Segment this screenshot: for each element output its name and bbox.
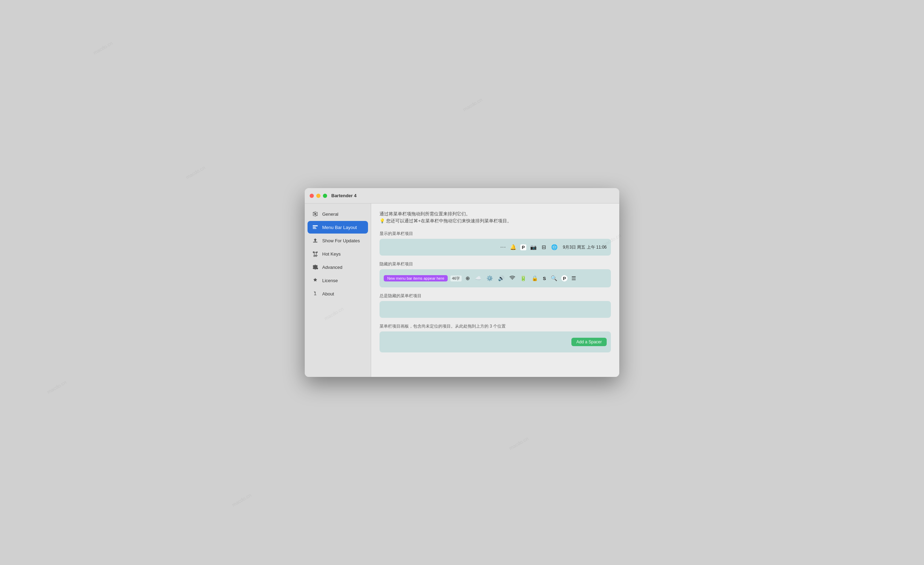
sidebar-item-license-label: License <box>322 278 338 283</box>
maximize-button[interactable] <box>323 194 327 198</box>
hidden-zone[interactable]: New menu bar items appear here 46字 ⊕ ☁️ … <box>380 269 611 287</box>
sidebar-item-show-for-updates[interactable]: Show For Updates <box>308 234 368 247</box>
sidebar-item-about[interactable]: About <box>308 287 368 300</box>
section-hidden-label: 隐藏的菜单栏项目 <box>380 261 611 267</box>
sidebar-item-general[interactable]: General <box>308 208 368 220</box>
intro-text: 通过将菜单栏项拖动到所需位置来排列它们。 💡 您还可以通过⌘+在菜单栏中拖动它们… <box>380 210 611 224</box>
intro-line1: 通过将菜单栏项拖动到所需位置来排列它们。 <box>380 210 611 218</box>
section-always-hidden-label: 总是隐藏的菜单栏项目 <box>380 293 611 299</box>
content-area: 通过将菜单栏项拖动到所需位置来排列它们。 💡 您还可以通过⌘+在菜单栏中拖动它们… <box>371 203 619 377</box>
sidebar-item-advanced[interactable]: Advanced <box>308 261 368 273</box>
close-button[interactable] <box>310 194 314 198</box>
advanced-gear-icon <box>312 264 319 270</box>
hidden-icon-2: ☁️ <box>474 275 483 282</box>
sidebar-item-hot-keys-label: Hot Keys <box>322 251 341 257</box>
hidden-icon-1: ⊕ <box>465 275 471 282</box>
hidden-icon-3: ⚙️ <box>485 275 494 282</box>
minimize-button[interactable] <box>316 194 321 198</box>
palette-zone[interactable]: Add a Spacer <box>380 331 611 352</box>
upload-icon <box>312 237 319 244</box>
sidebar-item-menu-bar-layout[interactable]: Menu Bar Layout <box>308 221 368 234</box>
badge-icon <box>312 277 319 284</box>
search-icon: 🔍 <box>550 275 558 282</box>
intro-line2: 💡 您还可以通过⌘+在菜单栏中拖动它们来快速排列菜单栏项目。 <box>380 218 611 224</box>
sidebar-item-about-label: About <box>322 291 334 296</box>
section-palette-label: 菜单栏项目画板，包含尚未定位的项目。从此处拖到上方的 3 个位置 <box>380 323 611 329</box>
svg-rect-1 <box>313 227 316 228</box>
sidebar-item-license[interactable]: License <box>308 274 368 287</box>
globe-icon: 🌐 <box>550 243 559 251</box>
svg-rect-2 <box>313 228 316 229</box>
app-window: Bartender 4 General <box>305 188 619 377</box>
svg-rect-3 <box>313 242 318 243</box>
gear-icon <box>312 210 319 218</box>
wifi-icon <box>508 275 516 282</box>
s-icon: S <box>542 275 547 282</box>
command-icon <box>312 250 319 257</box>
sidebar-item-general-label: General <box>322 212 338 217</box>
battery-icon: 🔋 <box>519 275 528 282</box>
traffic-lights <box>310 194 327 198</box>
char-count: 46字 <box>450 275 461 281</box>
time-display: 9月3日 周五 上午 11:06 <box>563 244 607 250</box>
sidebar: General Menu Bar Layout <box>305 203 371 377</box>
p-icon: P <box>520 244 526 250</box>
bell-icon: 🔔 <box>509 243 518 251</box>
sidebar-item-show-for-updates-label: Show For Updates <box>322 238 360 243</box>
new-items-badge: New menu bar items appear here <box>384 275 448 281</box>
svg-point-5 <box>315 292 316 293</box>
main-area: General Menu Bar Layout <box>305 203 619 377</box>
displayed-zone[interactable]: ··· 🔔 P 📷 ⊟ 🌐 9月3日 周五 上午 11:06 <box>380 239 611 255</box>
sidebar-item-menu-bar-layout-label: Menu Bar Layout <box>322 225 357 230</box>
svg-rect-0 <box>313 225 318 227</box>
hidden-icon-4: 🔊 <box>497 275 506 282</box>
always-hidden-zone[interactable] <box>380 301 611 318</box>
lock-icon: 🔒 <box>531 275 539 282</box>
sidebar-item-hot-keys[interactable]: Hot Keys <box>308 248 368 260</box>
sidebar-item-advanced-label: Advanced <box>322 264 342 270</box>
p2-icon: P <box>561 275 567 281</box>
menu-bar-icon <box>312 224 319 231</box>
about-icon <box>312 290 319 297</box>
lines-icon: ☰ <box>570 275 577 282</box>
svg-point-4 <box>316 267 318 269</box>
titlebar: Bartender 4 <box>305 188 619 203</box>
camera-icon: 📷 <box>529 243 538 251</box>
dots-icon: ··· <box>501 244 506 250</box>
add-spacer-button[interactable]: Add a Spacer <box>572 338 607 346</box>
section-displayed-label: 显示的菜单栏项目 <box>380 231 611 237</box>
display-icon: ⊟ <box>541 243 547 251</box>
app-title: Bartender 4 <box>331 193 357 198</box>
